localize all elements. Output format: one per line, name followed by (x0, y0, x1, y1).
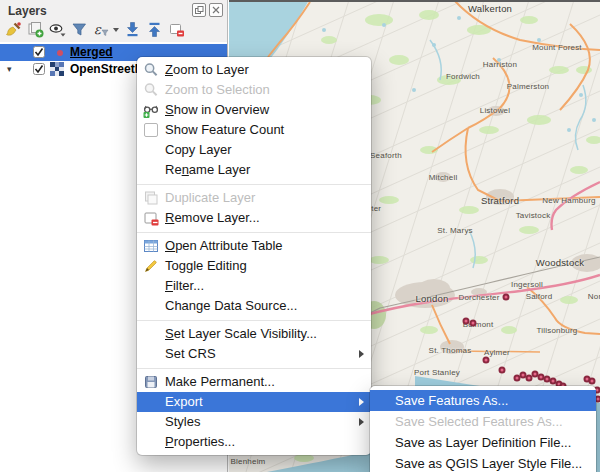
map-place-label: Harriston (483, 60, 517, 69)
menu-item-show-feature-count[interactable]: Show Feature Count (137, 120, 371, 140)
panel-title: Layers (8, 4, 47, 18)
manage-map-themes-icon[interactable] (49, 21, 66, 38)
point-feature-marker (499, 367, 506, 374)
menu-separator (137, 180, 371, 188)
menu-item-open-attribute-table[interactable]: Open Attribute Table (137, 236, 371, 256)
menu-item-show-in-overview[interactable]: Show in Overview (137, 100, 371, 120)
remove-layer-group-icon[interactable] (168, 21, 185, 38)
menu-item-zoom-to-layer[interactable]: Zoom to Layer (137, 60, 371, 80)
map-place-label: Mitchell (429, 173, 458, 182)
menu-item-save-as-qgis-layer-style-file[interactable]: Save as QGIS Layer Style File... (370, 453, 596, 472)
expression-dropdown-icon[interactable] (113, 28, 119, 32)
map-place-label: Palmerston (507, 82, 549, 91)
menu-separator (137, 316, 371, 324)
map-place-label: London (416, 293, 449, 304)
attribute-table-icon (143, 238, 159, 254)
map-place-label: Seaforth (370, 151, 402, 160)
floppy-icon (143, 374, 159, 390)
map-place-label: New Hamburg (542, 196, 595, 205)
feature-count-checkbox (143, 122, 159, 138)
menu-item-make-permanent[interactable]: Make Permanent... (137, 372, 371, 392)
submenu-arrow-icon (359, 350, 364, 358)
expand-all-icon[interactable] (124, 21, 141, 38)
svg-text:ε: ε (94, 22, 102, 37)
point-feature-marker (463, 318, 470, 325)
point-feature-marker (470, 320, 477, 327)
expander-icon[interactable]: ▾ (7, 64, 12, 74)
map-place-label: Salford (526, 292, 553, 301)
point-feature-marker (589, 378, 596, 385)
menu-separator (137, 364, 371, 372)
menu-item-save-features-as[interactable]: Save Features As... (370, 390, 596, 411)
close-panel-button[interactable] (209, 3, 223, 17)
filter-legend-icon[interactable] (71, 21, 88, 38)
point-feature-marker (503, 294, 510, 301)
map-place-label: Woodstock (536, 257, 585, 268)
remove-layer-icon (143, 210, 159, 226)
duplicate-layer-icon (143, 190, 159, 206)
layers-toolbar: ε (5, 21, 185, 38)
map-place-label: Norwich (588, 292, 600, 301)
map-place-label: Fordwich (446, 72, 480, 81)
map-place-label: Ingersoll (511, 280, 543, 289)
export-submenu: Save Features As... Save Selected Featur… (370, 386, 596, 472)
layer-context-menu: Zoom to Layer Zoom to Selection Show in … (137, 57, 371, 455)
menu-item-export[interactable]: Export (137, 392, 371, 412)
menu-item-change-data-source[interactable]: Change Data Source... (137, 296, 371, 316)
menu-item-remove-layer[interactable]: Remove Layer... (137, 208, 371, 228)
close-icon (212, 6, 220, 14)
menu-item-save-as-layer-definition-file[interactable]: Save as Layer Definition File... (370, 432, 596, 453)
qgis-window: { "panel": { "title": "Layers", "window_… (0, 0, 600, 472)
map-place-label: Mount Forest (532, 43, 582, 52)
menu-item-filter[interactable]: Filter... (137, 276, 371, 296)
menu-item-duplicate-layer[interactable]: Duplicate Layer (137, 188, 371, 208)
menu-item-zoom-to-selection[interactable]: Zoom to Selection (137, 80, 371, 100)
menu-item-save-selected-features-as[interactable]: Save Selected Features As... (370, 411, 596, 432)
filter-by-expression-icon[interactable]: ε (93, 21, 110, 38)
menu-item-set-layer-scale-visibility[interactable]: Set Layer Scale Visibility... (137, 324, 371, 344)
style-manager-icon[interactable] (5, 21, 22, 38)
menu-item-set-crs[interactable]: Set CRS (137, 344, 371, 364)
map-place-label: Port Stanley (414, 368, 460, 377)
menu-separator (137, 228, 371, 236)
menu-item-rename-layer[interactable]: Rename Layer (137, 160, 371, 180)
map-place-label: St. Thomas (429, 346, 472, 355)
add-group-icon[interactable] (27, 21, 44, 38)
map-place-label: Walkerton (468, 3, 512, 14)
map-place-label: Tillsonburg (536, 326, 577, 335)
map-place-label: Tavistock (516, 211, 551, 220)
map-place-label: St. Marys (437, 226, 473, 235)
zoom-to-selection-icon (143, 82, 159, 98)
point-feature-marker (483, 357, 490, 364)
map-place-label: Aylmer (484, 348, 510, 357)
layer-checkbox[interactable] (33, 46, 45, 58)
zoom-to-layer-icon (143, 62, 159, 78)
raster-symbol-swatch (50, 62, 64, 76)
layer-checkbox[interactable] (33, 63, 45, 75)
point-symbol-swatch (57, 50, 63, 56)
map-place-label: Dorchester (458, 293, 499, 302)
menu-item-properties[interactable]: Properties... (137, 432, 371, 452)
pencil-icon (143, 258, 159, 274)
map-place-label: Stratford (481, 195, 519, 206)
menu-item-styles[interactable]: Styles (137, 412, 371, 432)
show-in-overview-icon (143, 102, 159, 118)
menu-item-copy-layer[interactable]: Copy Layer (137, 140, 371, 160)
map-place-label: Listowel (480, 106, 511, 115)
layer-name: Merged (70, 45, 113, 59)
submenu-arrow-icon (359, 418, 364, 426)
map-place-label: Blenheim (231, 457, 266, 466)
menu-item-toggle-editing[interactable]: Toggle Editing (137, 256, 371, 276)
collapse-all-icon[interactable] (146, 21, 163, 38)
submenu-arrow-icon (359, 398, 364, 406)
float-icon (195, 6, 204, 15)
float-panel-button[interactable] (192, 3, 206, 17)
